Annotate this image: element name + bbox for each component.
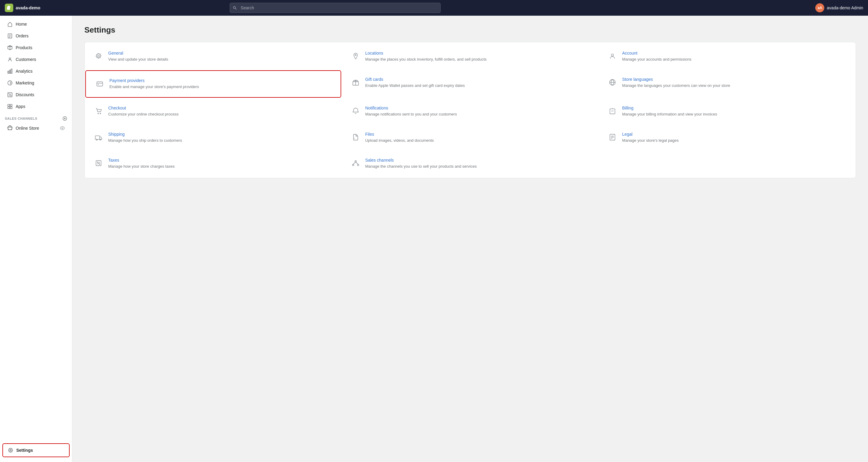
analytics-icon [7, 68, 13, 74]
search-input[interactable] [230, 3, 441, 13]
svg-point-53 [352, 164, 354, 166]
svg-point-50 [97, 162, 98, 163]
page-title: Settings [84, 25, 856, 35]
sidebar-item-home[interactable]: Home [2, 19, 70, 30]
svg-point-23 [10, 450, 11, 451]
settings-item-store-languages-desc: Manage the languages your customers can … [622, 83, 847, 89]
svg-point-35 [98, 113, 98, 114]
svg-rect-16 [10, 104, 12, 106]
checkout-icon [93, 106, 104, 116]
sidebar-item-analytics-label: Analytics [16, 69, 33, 74]
sidebar-item-analytics[interactable]: Analytics [2, 65, 70, 77]
svg-point-42 [100, 139, 101, 140]
settings-item-gift-cards-desc: Enable Apple Wallet passes and set gift … [365, 83, 590, 89]
settings-item-billing-desc: Manage your billing information and view… [622, 112, 847, 117]
settings-grid: General View and update your store detai… [85, 44, 856, 177]
payment-providers-icon [94, 78, 105, 89]
sales-channels-icon [350, 158, 361, 169]
notifications-icon [350, 106, 361, 116]
svg-point-24 [98, 55, 99, 57]
marketing-icon [7, 80, 13, 86]
general-icon [93, 51, 104, 61]
svg-point-10 [8, 81, 12, 85]
billing-icon [607, 106, 618, 116]
settings-item-notifications[interactable]: Notifications Manage notifications sent … [342, 98, 599, 124]
settings-item-shipping-desc: Manage how you ship orders to customers [108, 138, 333, 144]
svg-rect-27 [97, 82, 102, 86]
settings-item-account[interactable]: Account Manage your accounts and permiss… [598, 44, 856, 70]
store-languages-icon [607, 77, 618, 88]
brand-name: avada-demo [16, 5, 40, 10]
settings-item-locations[interactable]: Locations Manage the places you stock in… [342, 44, 599, 70]
settings-item-general[interactable]: General View and update your store detai… [85, 44, 342, 70]
apps-icon [7, 104, 13, 109]
sidebar-item-settings[interactable]: Settings [2, 443, 70, 457]
settings-item-shipping[interactable]: Shipping Manage how you ship orders to c… [85, 124, 342, 151]
svg-point-22 [62, 127, 63, 129]
svg-point-13 [9, 93, 9, 94]
settings-item-notifications-desc: Manage notifications sent to you and you… [365, 112, 590, 117]
user-name: avada-demo Admin [827, 5, 863, 10]
user-menu[interactable]: aA avada-demo Admin [815, 3, 863, 12]
taxes-icon [93, 158, 104, 169]
orders-icon [7, 33, 13, 38]
settings-item-store-languages-title: Store languages [622, 77, 847, 82]
settings-item-legal[interactable]: Legal Manage your store's legal pages [598, 124, 856, 151]
settings-item-checkout-desc: Customize your online checkout process [108, 112, 333, 117]
settings-item-sales-channels[interactable]: Sales channels Manage the channels you u… [342, 150, 599, 177]
settings-icon [8, 447, 13, 453]
svg-rect-8 [9, 70, 10, 73]
settings-item-payment-providers[interactable]: Payment providers Enable and manage your… [85, 70, 341, 98]
settings-item-taxes[interactable]: Taxes Manage how your store charges taxe… [85, 150, 342, 177]
home-icon [7, 21, 13, 27]
brand-logo[interactable]: avada-demo [5, 4, 40, 12]
sidebar-item-home-label: Home [16, 22, 27, 27]
settings-item-taxes-desc: Manage how your store charges taxes [108, 164, 333, 170]
settings-item-account-title: Account [622, 51, 847, 56]
shopify-icon [5, 4, 13, 12]
settings-item-store-languages[interactable]: Store languages Manage the languages you… [598, 70, 856, 98]
main-content: Settings General View and update your st… [72, 16, 868, 462]
sidebar-item-discounts-label: Discounts [16, 92, 34, 97]
svg-rect-40 [95, 136, 99, 139]
settings-item-shipping-title: Shipping [108, 132, 333, 137]
settings-item-account-desc: Manage your accounts and permissions [622, 57, 847, 62]
settings-item-gift-cards-title: Gift cards [365, 77, 590, 82]
settings-item-gift-cards[interactable]: Gift cards Enable Apple Wallet passes an… [342, 70, 599, 98]
settings-item-payment-providers-desc: Enable and manage your store's payment p… [110, 84, 332, 90]
sidebar-item-products[interactable]: Products [2, 42, 70, 53]
svg-point-26 [612, 54, 614, 56]
sidebar-item-marketing[interactable]: Marketing [2, 77, 70, 89]
sidebar-item-apps[interactable]: Apps [2, 101, 70, 112]
main-layout: Home Orders [0, 16, 868, 462]
settings-item-legal-desc: Manage your store's legal pages [622, 138, 847, 144]
settings-item-checkout[interactable]: Checkout Customize your online checkout … [85, 98, 342, 124]
settings-item-billing-title: Billing [622, 106, 847, 110]
settings-item-files-desc: Upload images, videos, and documents [365, 138, 590, 144]
svg-point-54 [358, 164, 359, 166]
settings-item-files[interactable]: Files Upload images, videos, and documen… [342, 124, 599, 151]
customers-icon [7, 57, 13, 62]
svg-point-41 [96, 139, 97, 140]
sidebar-item-discounts[interactable]: Discounts [2, 89, 70, 100]
add-sales-channel-icon[interactable] [62, 116, 67, 121]
files-icon [350, 132, 361, 143]
settings-item-sales-channels-title: Sales channels [365, 158, 590, 163]
sidebar-item-orders[interactable]: Orders [2, 30, 70, 41]
sidebar-item-online-store[interactable]: Online Store [2, 122, 70, 134]
settings-card: General View and update your store detai… [84, 42, 856, 178]
settings-item-taxes-title: Taxes [108, 158, 333, 163]
settings-item-billing[interactable]: Billing Manage your billing information … [598, 98, 856, 124]
settings-item-notifications-title: Notifications [365, 106, 590, 110]
legal-icon [607, 132, 618, 143]
sidebar-item-customers[interactable]: Customers [2, 54, 70, 65]
svg-point-25 [355, 55, 356, 56]
settings-item-files-title: Files [365, 132, 590, 137]
shipping-icon [93, 132, 104, 143]
svg-point-51 [99, 164, 100, 164]
sales-channels-section: SALES CHANNELS [0, 113, 72, 122]
online-store-icon [7, 125, 13, 131]
settings-item-locations-desc: Manage the places you stock inventory, f… [365, 57, 590, 62]
settings-item-general-desc: View and update your store details [108, 57, 333, 62]
avatar: aA [815, 3, 824, 12]
